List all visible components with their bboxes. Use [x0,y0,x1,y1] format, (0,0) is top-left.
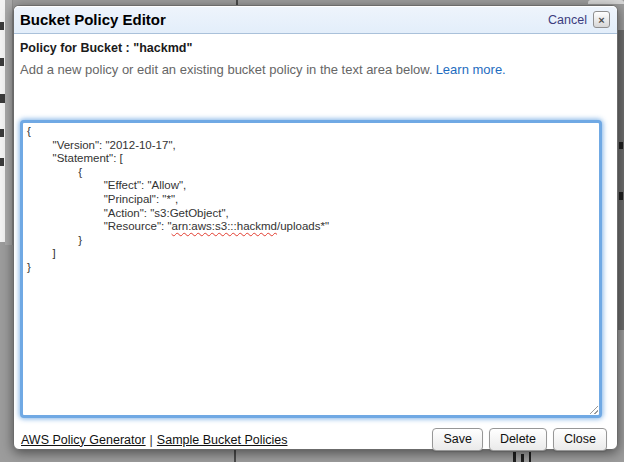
bucket-policy-editor-dialog: Bucket Policy Editor Cancel × Policy for… [13,5,618,450]
policy-line: "Statement": [ [27,152,595,166]
resource-prefix: "Resource": " [27,220,172,232]
policy-line: "Version": "2012-10-17", [27,139,595,153]
save-button[interactable]: Save [432,428,483,451]
background-fragment [0,158,4,166]
resize-handle-icon[interactable] [588,404,598,414]
dialog-body: Policy for Bucket : "hackmd" Add a new p… [14,34,617,451]
background-fragment [619,192,623,200]
cancel-link[interactable]: Cancel [548,13,587,27]
dialog-footer: AWS Policy Generator|Sample Bucket Polic… [20,428,611,451]
policy-textarea[interactable]: { "Version": "2012-10-17", "Statement": … [20,120,602,418]
policy-line-resource: "Resource": "arn:aws:s3:::hackmd/uploads… [27,220,595,234]
policy-for-bucket-label: Policy for Bucket : "hackmd" [20,41,611,55]
footer-buttons: Save Delete Close [432,428,607,451]
policy-line: "Principal": "*", [27,193,595,207]
background-scrollbar-band [5,0,13,245]
aws-policy-generator-link[interactable]: AWS Policy Generator [21,433,146,447]
background-fragment [0,22,4,30]
close-button[interactable]: Close [553,428,607,451]
policy-line: ] [27,247,595,261]
background-element [588,0,624,4]
description-text: Add a new policy or edit an existing buc… [20,62,611,77]
resource-suffix: /uploads*" [277,220,329,232]
background-fragment [0,58,4,66]
background-fragment [0,129,4,137]
policy-line: "Action": "s3:GetObject", [27,207,595,221]
policy-line: { [27,166,595,180]
delete-button[interactable]: Delete [489,428,547,451]
dialog-title: Bucket Policy Editor [20,11,548,28]
description-span: Add a new policy or edit an existing buc… [20,62,433,77]
header-actions: Cancel × [548,11,610,28]
background-page-edge [618,30,624,330]
policy-line: "Effect": "Allow", [27,179,595,193]
background-fragment [521,454,524,462]
policy-line: } [27,234,595,248]
dialog-header: Bucket Policy Editor Cancel × [14,6,617,34]
link-separator: | [150,433,153,447]
spellcheck-flagged-text: arn:aws:s3:::hackmd [172,220,277,232]
sample-bucket-policies-link[interactable]: Sample Bucket Policies [157,433,288,447]
footer-links: AWS Policy Generator|Sample Bucket Polic… [20,433,432,447]
policy-line: } [27,261,595,275]
background-fragment [0,94,5,103]
learn-more-link[interactable]: Learn more. [436,62,506,77]
close-icon[interactable]: × [593,11,610,28]
background-fragment [513,452,516,462]
policy-line: { [27,125,595,139]
background-divider-line [234,450,236,462]
background-fragment [529,452,531,462]
background-fragment [619,142,623,149]
